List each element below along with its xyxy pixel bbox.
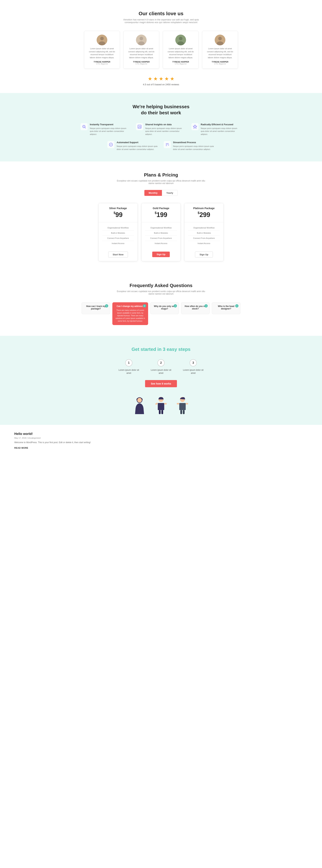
plan-name: Gold Package (145, 207, 177, 210)
feature-item: Streamlined Process Neque porro quisquam… (164, 141, 215, 151)
feature-desc: Neque porro quisquam esqu dolom ipsum qu… (173, 145, 215, 151)
heading-highlight: 3 easy steps (163, 346, 190, 352)
read-more-link[interactable]: READ MORE (14, 447, 28, 449)
start-now-button[interactable]: Start Now (108, 252, 128, 257)
feature-item: Organisational Workflow (102, 225, 134, 230)
feature-item: Connect From Anywhere (188, 236, 220, 241)
plan-name: Silver Package (102, 207, 134, 210)
feature-item: Instant Access (188, 241, 220, 246)
platinum-pricing-card: Platinum Package $299 Organisational Wor… (184, 203, 224, 261)
svg-point-4 (140, 37, 143, 40)
helping-section: We're helping businessesdo their best wo… (0, 93, 322, 161)
faq-toggle-icon[interactable]: + (105, 304, 108, 308)
blog-title: Hello world! (14, 432, 308, 436)
faq-toggle-icon[interactable]: + (235, 304, 239, 308)
avatar (215, 35, 225, 45)
pricing-cards: Silver Package $99 Organisational Workfl… (7, 203, 315, 261)
faq-question: Can I change my address? (115, 305, 145, 308)
testimonial-name: TYRESE HARPER (88, 61, 116, 63)
star-icon: ★ (153, 76, 158, 82)
step-item: 2 Lorem ipsum dolor sit amet (148, 359, 174, 375)
plan-price: $99 (102, 211, 134, 219)
pricing-section: Plans & Pricing Excepteur sint occaec cu… (0, 161, 322, 272)
feature-desc: Neque porro quisquam esqu dolom ipsum qu… (201, 127, 242, 136)
rating-text: 4.5 out of 5 based on 2450 reviews (7, 83, 315, 86)
features-grid-2: Automated Support Neque porro quisquam e… (107, 141, 215, 151)
svg-rect-28 (159, 410, 160, 414)
monthly-toggle-button[interactable]: Monthly (144, 190, 162, 196)
svg-rect-26 (155, 402, 158, 405)
feature-item: Automated Support Neque porro quisquam e… (107, 141, 158, 151)
step-desc: Lorem ipsum dolor sit amet (148, 369, 174, 375)
star-icon: ★ (165, 76, 169, 82)
blog-excerpt: Welcome to WordPress. This is your first… (14, 441, 308, 444)
silver-pricing-card: Silver Package $99 Organisational Workfl… (98, 203, 138, 261)
faq-row: + How can I track my package? + Can I ch… (80, 302, 242, 325)
faq-item[interactable]: + How can I track my package? (81, 302, 110, 314)
transparent-icon (80, 123, 88, 130)
features-grid: Instantly Transparent Neque porro quisqu… (80, 123, 242, 136)
testimonial-role: CTO, Bigacme (127, 63, 155, 65)
streamlined-icon (164, 141, 171, 148)
step-desc: Lorem ipsum dolor sit amet (181, 369, 206, 375)
plan-features: Organisational Workflow Built-in Modules… (184, 222, 223, 249)
testimonial-name: TYRESE HARPER (206, 61, 234, 63)
testimonial-card: Lorem ipsum dolor sit amet consect adipi… (202, 31, 238, 69)
feature-item: Organisational Workflow (145, 225, 177, 230)
pricing-btn-wrap: Start Now (99, 249, 138, 261)
yearly-toggle-button[interactable]: Yearly (162, 190, 178, 196)
avatar (97, 35, 107, 45)
automated-icon (107, 141, 114, 148)
svg-line-13 (85, 127, 86, 128)
blog-section: Hello world! May 17, 2018 | Uncategorize… (0, 425, 322, 457)
stars-row: ★ ★ ★ ★ ★ (7, 76, 315, 82)
faq-heading: Frequently Asked Questions (7, 283, 315, 288)
blog-date: May 17, 2018 | Uncategorized (14, 437, 308, 439)
feature-item: Built-in Modules (145, 230, 177, 236)
svg-rect-35 (183, 410, 185, 414)
plan-price: $299 (188, 211, 220, 219)
faq-subtitle: Excepteur sint occaec cupidatat non proi… (116, 290, 206, 295)
step-desc: Lorem ipsum dolor sit amet (116, 369, 141, 375)
testimonial-text: Lorem ipsum dolor sit amet consect adipi… (127, 47, 155, 59)
faq-toggle-icon[interactable]: + (143, 304, 146, 308)
see-how-button[interactable]: See how it works (145, 380, 177, 387)
faq-item[interactable]: + Why do you only sell mugs? (150, 302, 179, 314)
avatar (175, 35, 186, 45)
feature-desc: Neque porro quisquam esqu dolom ipsum qu… (90, 127, 131, 136)
feature-item: Shared Insights on data Neque porro quis… (136, 123, 186, 136)
svg-point-1 (100, 37, 104, 40)
faq-toggle-icon[interactable]: + (205, 304, 208, 308)
clients-section: Our clients love us Aimotion has earned … (0, 0, 322, 93)
feature-item: Radically Efficient & Focused Neque porr… (191, 123, 242, 136)
svg-rect-27 (164, 403, 167, 404)
steps-row: 1 Lorem ipsum dolor sit amet 2 Lorem ips… (7, 359, 315, 375)
step-item: 1 Lorem ipsum dolor sit amet (116, 359, 141, 375)
testimonial-text: Lorem ipsum dolor sit amet consect adipi… (88, 47, 116, 59)
svg-rect-29 (162, 410, 163, 414)
pricing-btn-wrap: Sign Up (184, 249, 223, 261)
testimonial-card: Lorem ipsum dolor sit amet consect adipi… (84, 31, 120, 69)
svg-marker-20 (168, 144, 169, 146)
svg-point-10 (218, 37, 222, 40)
faq-item-active[interactable]: + Can I change my address? There are man… (112, 302, 148, 325)
faq-item[interactable]: + How often do you re-stock? (181, 302, 210, 314)
step-number: 2 (157, 359, 165, 367)
feature-item: Instant Access (102, 241, 134, 246)
testimonial-card: Lorem ipsum dolor sit amet consect adipi… (123, 31, 159, 69)
faq-toggle-icon[interactable]: + (174, 304, 177, 308)
signup-button-platinum[interactable]: Sign Up (195, 252, 213, 257)
clients-subtitle: Aimotion has earned 4.9 stars in the asp… (116, 18, 206, 24)
faq-question: How often do you re-stock? (184, 305, 207, 310)
faq-question: Who is the head designer? (214, 305, 238, 310)
faq-question: Why do you only sell mugs? (153, 305, 176, 310)
testimonial-card: Lorem ipsum dolor sit amet consect adipi… (163, 31, 199, 69)
testimonial-text: Lorem ipsum dolor sit amet consect adipi… (206, 47, 234, 59)
feature-desc: Neque porro quisquam esqu dolom ipsum qu… (145, 127, 186, 136)
faq-item[interactable]: + Who is the head designer? (212, 302, 241, 314)
signup-button-gold[interactable]: Sign Up (152, 252, 170, 257)
star-icon: ★ (159, 76, 163, 82)
card-header: Platinum Package $299 (184, 203, 223, 222)
faq-answer: There are many solutions of Lorem Ipsum … (115, 309, 145, 322)
svg-point-23 (137, 398, 142, 402)
